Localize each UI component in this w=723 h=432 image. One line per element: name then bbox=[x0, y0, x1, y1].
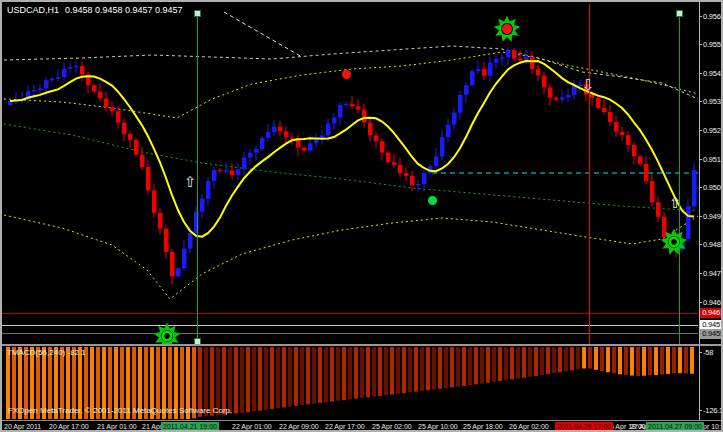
vline-handle[interactable] bbox=[194, 10, 201, 17]
candle-body bbox=[92, 85, 97, 91]
panel-separator[interactable] bbox=[2, 344, 723, 346]
histogram-bar bbox=[396, 347, 400, 394]
indicator-name-label: TMACD(56,240) -82.1 bbox=[7, 348, 86, 357]
candle-body bbox=[254, 149, 259, 153]
price-axis[interactable]: 0.95650.95550.95450.95350.95250.95150.95… bbox=[699, 2, 723, 420]
histogram-bar bbox=[300, 347, 304, 405]
candle-body bbox=[344, 104, 349, 105]
candle-body bbox=[440, 137, 445, 156]
histogram-bar bbox=[540, 347, 544, 375]
histogram-bar bbox=[420, 347, 424, 391]
histogram-bar bbox=[510, 347, 514, 379]
histogram-bar bbox=[354, 347, 358, 399]
horizontal-line[interactable] bbox=[2, 325, 698, 326]
candle-body bbox=[530, 57, 535, 69]
vline-handle[interactable] bbox=[676, 10, 683, 17]
horizontal-line[interactable] bbox=[2, 313, 698, 314]
histogram-bar bbox=[216, 347, 220, 415]
candle-body bbox=[278, 127, 283, 132]
time-tag: 2011.04.26 17:00 bbox=[555, 422, 613, 432]
candle-body bbox=[506, 50, 511, 57]
time-axis[interactable]: 20 Apr 201120 Apr 17:0021 Apr 01:0021 Ap… bbox=[2, 420, 723, 432]
candle-body bbox=[182, 249, 187, 269]
candle-body bbox=[626, 135, 631, 145]
candle-body bbox=[518, 59, 523, 61]
histogram-bar bbox=[234, 347, 238, 414]
candle-body bbox=[248, 153, 253, 158]
histogram-bar bbox=[690, 347, 694, 374]
histogram-bar bbox=[342, 347, 346, 400]
vertical-line[interactable] bbox=[197, 10, 198, 343]
candle-body bbox=[524, 57, 529, 60]
candle-body bbox=[638, 156, 643, 163]
candle-body bbox=[98, 92, 103, 99]
histogram-bar bbox=[666, 347, 670, 374]
copyright-text: FXOpen MetaTrader, © 2001-2011 MetaQuote… bbox=[8, 406, 232, 415]
histogram-bar bbox=[582, 347, 586, 368]
histogram-bar bbox=[504, 347, 508, 380]
histogram-bar bbox=[378, 347, 382, 396]
candle-body bbox=[494, 59, 499, 63]
candle-body bbox=[50, 79, 55, 81]
candle-body bbox=[176, 268, 181, 276]
candle-body bbox=[212, 170, 217, 181]
candle-body bbox=[560, 98, 565, 100]
histogram-bar bbox=[330, 347, 334, 402]
up-arrow-signal-icon[interactable]: ⇧ bbox=[184, 175, 197, 190]
horizontal-line[interactable] bbox=[2, 333, 698, 334]
histogram-bar bbox=[612, 347, 616, 373]
histogram-bar bbox=[402, 347, 406, 393]
candle-body bbox=[110, 107, 115, 111]
green-dot-signal-icon[interactable] bbox=[428, 196, 437, 205]
histogram-bar bbox=[366, 347, 370, 397]
candle-body bbox=[644, 164, 649, 181]
candle-body bbox=[380, 141, 385, 152]
candle-body bbox=[458, 95, 463, 113]
price-axis-label: 0.9555 bbox=[703, 40, 723, 49]
candle-body bbox=[620, 132, 625, 135]
histogram-bar bbox=[588, 347, 592, 369]
candle-body bbox=[398, 165, 403, 173]
histogram-bar bbox=[630, 347, 634, 376]
histogram-bar bbox=[660, 347, 664, 375]
histogram-bar bbox=[426, 347, 430, 390]
histogram-bar bbox=[348, 347, 352, 399]
histogram-bar bbox=[228, 347, 232, 414]
candle-body bbox=[368, 123, 373, 136]
vertical-line[interactable] bbox=[679, 10, 680, 344]
down-arrow-signal-icon[interactable]: ⇩ bbox=[582, 78, 595, 93]
histogram-bar bbox=[414, 347, 418, 392]
up-arrow-signal-icon[interactable]: ⇧ bbox=[669, 196, 682, 211]
vertical-line[interactable] bbox=[589, 4, 590, 344]
candle-body bbox=[326, 123, 331, 135]
lower-yellow-band bbox=[4, 215, 698, 299]
time-tag: 2011.04.21 19:00 bbox=[161, 422, 219, 432]
histogram-bar bbox=[324, 347, 328, 402]
candle-body bbox=[170, 252, 175, 276]
candle-body bbox=[44, 80, 49, 88]
indicator-subwindow[interactable]: TMACD(56,240) -82.1 FXOpen MetaTrader, ©… bbox=[2, 346, 698, 420]
candle-body bbox=[500, 57, 505, 59]
histogram-bar bbox=[672, 347, 676, 373]
histogram-bar bbox=[372, 347, 376, 397]
candle-body bbox=[362, 110, 367, 123]
main-chart-area[interactable]: USDCAD,H10.9458 0.9458 0.9457 0.9457 ⇧⇧⇩ bbox=[2, 2, 698, 344]
candle-body bbox=[80, 66, 85, 74]
candle-body bbox=[410, 176, 415, 186]
candle-body bbox=[386, 153, 391, 163]
candle-body bbox=[422, 173, 427, 184]
candle-body bbox=[482, 69, 487, 76]
candle-body bbox=[38, 88, 43, 90]
candle-body bbox=[284, 131, 289, 137]
candle-body bbox=[602, 108, 607, 112]
histogram-bar bbox=[624, 347, 628, 375]
symbol-timeframe-label: USDCAD,H1 bbox=[7, 5, 59, 15]
candle-body bbox=[542, 76, 547, 88]
candle-body bbox=[62, 69, 67, 77]
histogram-bar bbox=[360, 347, 364, 398]
candle-body bbox=[596, 98, 601, 108]
candle-body bbox=[470, 71, 475, 85]
red-dot-signal-icon[interactable] bbox=[342, 70, 351, 79]
histogram-bar bbox=[600, 347, 604, 371]
histogram-bar bbox=[438, 347, 442, 389]
